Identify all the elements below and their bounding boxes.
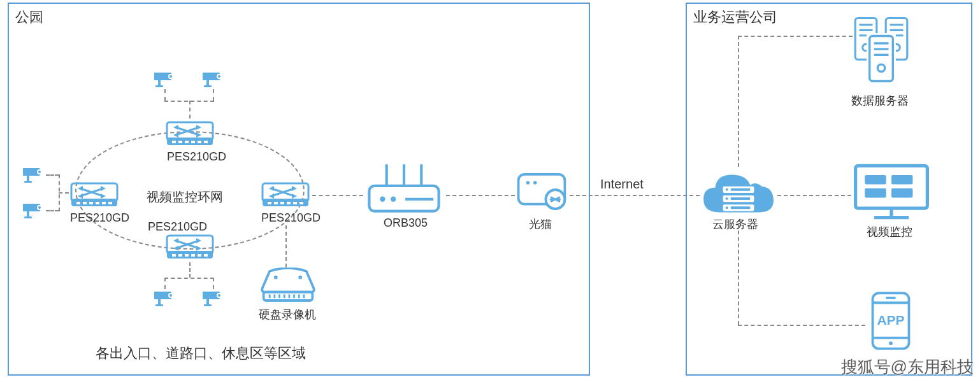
video-monitor-label: 视频监控 (867, 224, 912, 239)
switch-icon (164, 232, 215, 262)
router-label: ORB305 (384, 216, 428, 230)
nvr-label: 硬盘录像机 (259, 307, 316, 322)
camera-icon (152, 288, 177, 307)
camera-icon (200, 288, 226, 307)
camera-icon (20, 200, 46, 219)
server-icon (867, 33, 896, 84)
camera-icon (200, 69, 226, 88)
cloud-label: 云服务器 (712, 216, 758, 232)
park-title: 公园 (15, 8, 43, 27)
switch-icon (69, 180, 120, 210)
monitor-icon (851, 162, 932, 222)
internet-label: Internet (600, 177, 644, 192)
camera-icon (20, 164, 46, 183)
watermark: 搜狐号@东用科技 (841, 356, 974, 378)
app-icon (867, 290, 915, 351)
modem-label: 光猫 (529, 216, 552, 232)
nvr-icon (257, 267, 319, 304)
switch-top-label: PES210GD (167, 150, 226, 164)
ring-label: 视频监控环网 (147, 188, 223, 206)
switch-left-label: PES210GD (70, 211, 129, 225)
operator-title: 业务运营公司 (693, 8, 777, 27)
router-icon (363, 162, 445, 215)
modem-icon (515, 171, 568, 213)
switch-icon (164, 118, 215, 149)
data-server-label: 数据服务器 (851, 93, 909, 108)
park-footer: 各出入口、道路口、休息区等区域 (96, 344, 306, 363)
switch-bottom-label: PES210GD (148, 220, 207, 234)
camera-icon (152, 69, 177, 88)
switch-icon (260, 180, 311, 210)
switch-right-label: PES210GD (261, 211, 321, 225)
